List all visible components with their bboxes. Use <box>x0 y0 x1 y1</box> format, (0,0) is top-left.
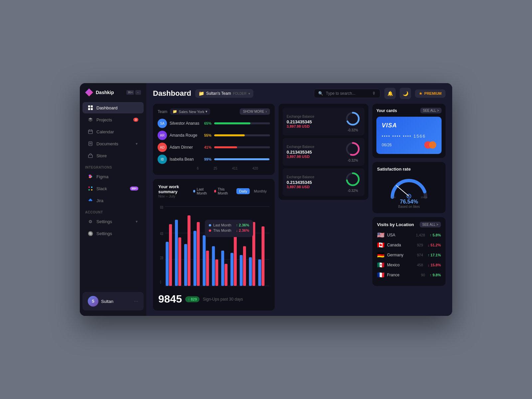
country-name: Mexico <box>387 263 414 267</box>
settings-chevron-icon: ▼ <box>135 220 138 223</box>
tooltip-last-month-label: Last Month <box>213 223 231 227</box>
legend-last-month: Last Month <box>193 187 210 195</box>
exchange-info-3: Exchange Balance 0.213435345 3,897.98 US… <box>287 175 345 189</box>
sidebar: Dashkip ⌘H ← Dashboard <box>80 83 146 316</box>
show-more-button[interactable]: SHOW MORE › <box>240 108 270 115</box>
user-menu-icon[interactable]: ··· <box>134 298 138 304</box>
country-name: Canada <box>387 243 414 247</box>
bar-chart: 600 400 200 0 <box>158 202 269 290</box>
work-summary-date: Nov – July <box>158 194 191 198</box>
work-summary-title: Your work summary <box>158 184 191 194</box>
exchange-usd-1: 3,897.98 USD <box>287 124 345 128</box>
gauge-chart: 0% 100% <box>389 176 429 199</box>
search-input[interactable] <box>326 91 369 96</box>
satisfaction-title: Satisfaction rate <box>377 167 441 172</box>
exchange-ring-2: -0.32% <box>345 141 360 162</box>
sidebar-item-projects[interactable]: Projects 3 <box>82 114 144 125</box>
layers-icon <box>88 117 93 122</box>
exchange-change-3: -0.32% <box>345 189 360 193</box>
cards-see-all-button[interactable]: SEE ALL > <box>420 108 442 113</box>
exchange-label-3: Exchange Balance <box>287 175 345 179</box>
satisfaction-value: 76.54% <box>400 199 418 205</box>
sidebar-item-calendar[interactable]: Calendar <box>82 126 144 137</box>
tab-monthly[interactable]: Monthly <box>251 188 269 194</box>
right-column: Your cards SEE ALL > VISA •••• •••• ••••… <box>372 104 446 311</box>
settings2-label: Settings <box>96 231 112 236</box>
member-pct: 41% <box>202 145 211 149</box>
folder-caret-icon: ▾ <box>248 92 250 95</box>
sidebar-item-settings2[interactable]: 🔘 Settings <box>82 228 144 239</box>
svg-rect-16 <box>91 189 92 191</box>
last-month-legend: Last Month <box>197 187 210 195</box>
premium-button[interactable]: ★ PREMIUM <box>415 89 446 98</box>
legend-dot-red <box>214 190 216 193</box>
sidebar-item-settings[interactable]: ⚙ Settings ▼ <box>82 216 144 227</box>
tab-daily[interactable]: Daily <box>236 188 250 194</box>
visits-see-all-button[interactable]: SEE ALL > <box>420 222 441 227</box>
calendar-label: Calendar <box>96 129 114 134</box>
content-grid: Team 📁 Sales New York ▾ SHOW MORE › SA <box>146 104 452 316</box>
list-item: 🇲🇽 Mexico 458 ↓ 15.8% <box>377 261 441 269</box>
svg-rect-3 <box>91 108 93 110</box>
folder-breadcrumb[interactable]: 📁 Sultan's Team FOLDER ▾ <box>195 89 253 98</box>
card-number: •••• •••• •••• 1566 <box>382 134 436 139</box>
list-item: 🇺🇸 USA 1,428 ↑ 5.8% <box>377 231 441 239</box>
member-avatar: AD <box>158 143 167 152</box>
list-item: 🇫🇷 France 90 ↑ 9.8% <box>377 271 441 279</box>
svg-rect-2 <box>88 108 90 110</box>
visits-panel: Visits by Location SEE ALL > 🇺🇸 USA 1,42… <box>372 217 446 286</box>
sidebar-item-store[interactable]: Store <box>82 150 144 161</box>
legend-this-month: This Month <box>214 187 231 195</box>
mic-icon: 🎙 <box>372 91 376 96</box>
flag-germany: 🇩🇪 <box>377 251 384 259</box>
sidebar-item-dashboard[interactable]: Dashboard <box>82 102 144 113</box>
theme-toggle-button[interactable]: 🌙 <box>400 88 411 99</box>
store-label: Store <box>96 153 107 158</box>
country-count: 974 <box>417 253 423 257</box>
show-more-caret-icon: › <box>266 110 267 113</box>
team-folder[interactable]: 📁 Sales New York ▾ <box>170 108 210 115</box>
tooltip-dot-blue <box>209 224 211 226</box>
bar-fill <box>214 134 245 136</box>
country-name: Germany <box>387 253 414 257</box>
sidebar-item-slack[interactable]: Slack 99+ <box>82 183 144 194</box>
sidebar-item-jira[interactable]: Jira <box>82 195 144 206</box>
cards-title: Your cards <box>376 108 397 113</box>
projects-badge: 3 <box>133 118 138 122</box>
store-icon <box>88 153 93 158</box>
integrations-section-label: INTEGRATIONS <box>80 162 146 171</box>
search-icon: 🔍 <box>318 91 323 96</box>
exchange-info-1: Exchange Balance 0.213435345 3,897.98 US… <box>287 115 345 128</box>
country-change: ↑ 5.8% <box>430 233 441 237</box>
chart-stats: 9845 ↑ 829 Sign-Ups past 30 days <box>158 293 269 305</box>
mid-column: Exchange Balance 0.213435345 3,897.98 US… <box>279 104 368 311</box>
chevron-down-icon: ▼ <box>135 142 138 146</box>
logo-area: Dashkip ⌘H ← <box>80 88 146 102</box>
list-item: 🇨🇦 Canada 929 ↓ 51.2% <box>377 241 441 249</box>
team-panel-header: Team 📁 Sales New York ▾ SHOW MORE › <box>158 108 270 115</box>
notification-button[interactable]: 🔔 <box>384 88 396 99</box>
axis-label: 25 <box>213 167 217 170</box>
table-row: AR Amanda Rouge 55% <box>158 131 270 140</box>
cards-panel: Your cards SEE ALL > VISA •••• •••• ••••… <box>372 104 446 158</box>
account-section-label: Account <box>80 206 146 215</box>
table-row: IB Isabella Bean 99% <box>158 155 270 164</box>
team-panel: Team 📁 Sales New York ▾ SHOW MORE › SA <box>153 104 275 175</box>
chart-tooltip: Last Month ↑ 2.36% This Month ↓ 2.36% <box>205 220 253 237</box>
visa-card: VISA •••• •••• •••• 1566 06/26 <box>376 117 442 154</box>
exchange-ring-3: -0.32% <box>345 172 360 193</box>
svg-rect-31 <box>194 231 197 286</box>
svg-rect-45 <box>258 259 261 286</box>
svg-rect-43 <box>249 257 252 286</box>
user-profile[interactable]: S Sultan ··· <box>82 292 144 311</box>
folder-name: Sultan's Team <box>206 91 231 96</box>
table-row: SA Silvestor Ananas 65% <box>158 119 270 128</box>
search-bar[interactable]: 🔍 🎙 <box>314 89 380 98</box>
flag-usa: 🇺🇸 <box>377 231 384 239</box>
chart-legend: Last Month This Month <box>193 187 231 195</box>
axis-labels: 6 25 411 420 <box>158 167 270 170</box>
sidebar-item-figma[interactable]: Figma <box>82 171 144 182</box>
sidebar-item-documents[interactable]: Documents ▼ <box>82 138 144 149</box>
svg-rect-32 <box>197 222 200 286</box>
slack-badge: 99+ <box>130 187 138 191</box>
